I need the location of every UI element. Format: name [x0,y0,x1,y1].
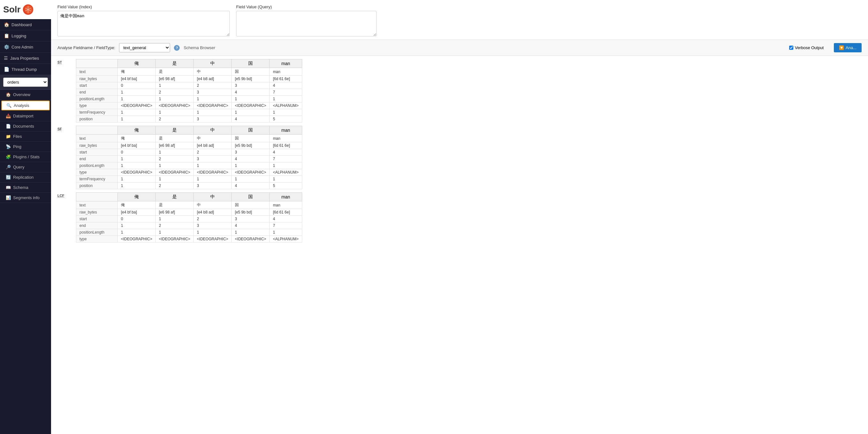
table-cell: [e4 bf ba] [118,75,156,82]
analysis-inner-table: 俺是中国mantext俺是中国manraw_bytes[e4 bf ba][e6… [76,192,302,243]
table-row-label: positionLength [76,96,118,102]
table-row: start01234 [76,82,302,89]
table-cell: 1 [118,89,156,96]
table-row-label: end [76,222,118,229]
table-cell: 1 [194,109,232,116]
table-cell: man [270,135,302,142]
sidebar-item-dashboard[interactable]: 🏠 Dashboard [0,19,51,30]
query-icon: 🔎 [6,165,11,169]
sidebar-item-logging[interactable]: 📋 Logging [0,30,51,41]
table-column-header: 是 [156,59,194,68]
table-cell: 2 [156,222,194,229]
schema-browser-link[interactable]: Schema Browser [184,45,215,50]
sidebar-item-schema[interactable]: 📖 Schema [0,183,51,193]
table-cell: 7 [270,222,302,229]
sidebar-item-plugins-label: Plugins / Stats [13,154,39,159]
schema-icon: 📖 [6,185,11,190]
collection-select-wrap: orders [0,75,51,90]
sidebar-item-thread-dump[interactable]: 📄 Thread Dump [0,64,51,75]
table-column-header: 国 [232,59,270,68]
table-cell: <IDEOGRAPHIC> [118,102,156,109]
sidebar-item-core-admin[interactable]: ⚙️ Core Admin [0,41,51,53]
sidebar-item-java-properties-label: Java Properties [10,56,39,61]
table-cell: 1 [194,96,232,102]
table-cell: 4 [270,216,302,222]
table-row: text俺是中国man [76,135,302,142]
table-cell: 中 [194,68,232,75]
table-column-header: man [270,59,302,68]
table-row: positionLength11111 [76,229,302,236]
table-cell: 3 [194,156,232,162]
table-row-label: text [76,135,118,142]
help-icon[interactable]: ? [174,45,180,51]
table-column-header: 中 [194,59,232,68]
table-row-label: termFrequency [76,109,118,116]
table-row-label: position [76,183,118,189]
sidebar-item-java-properties[interactable]: ☰ Java Properties [0,53,51,64]
analyse-button[interactable]: 🔽 Ana... [834,43,862,52]
table-row-label: position [76,116,118,123]
logo-area: Solr [0,0,51,19]
thread-dump-icon: 📄 [4,67,9,72]
table-cell: man [270,202,302,209]
field-value-index-input[interactable] [57,11,230,36]
sidebar-item-ping[interactable]: 📡 Ping [0,142,51,152]
collection-select[interactable]: orders [3,78,48,87]
section-abbr-label: SF [57,126,73,131]
table-cell: 1 [156,96,194,102]
fieldtype-select[interactable]: text_general text_en string text_ws [119,43,170,52]
table-cell: 中 [194,202,232,209]
java-properties-icon: ☰ [4,56,8,61]
table-column-header: 国 [232,193,270,202]
field-value-query-group: Field Value (Query) [236,4,377,36]
sidebar-item-dataimport[interactable]: 📥 Dataimport [0,111,51,121]
table-cell: 1 [194,162,232,169]
verbose-output-checkbox[interactable] [789,45,793,50]
sidebar-item-analysis[interactable]: 🔍 Analysis [1,100,50,111]
sidebar-item-plugins-stats[interactable]: 🧩 Plugins / Stats [0,152,51,162]
sidebar-item-query[interactable]: 🔎 Query [0,162,51,172]
table-cell: 0 [118,216,156,222]
sidebar-item-documents-label: Documents [13,124,34,129]
table-cell: 2 [156,183,194,189]
sidebar-item-files-label: Files [13,134,22,139]
analysis-inner-table: 俺是中国mantext俺是中国manraw_bytes[e4 bf ba][e6… [76,126,302,189]
sidebar-item-documents[interactable]: 📄 Documents [0,121,51,131]
table-row: end12347 [76,89,302,96]
table-row-label: start [76,216,118,222]
table-cell: 1 [118,162,156,169]
table-cell: [e5 9b bd] [232,75,270,82]
analysis-section: ST俺是中国mantext俺是中国manraw_bytes[e4 bf ba][… [57,59,862,123]
table-cell: 1 [118,156,156,162]
core-admin-icon: ⚙️ [4,44,9,50]
sidebar-item-segments-info[interactable]: 📊 Segments info [0,193,51,203]
logo-text: Solr [3,4,21,15]
sidebar-item-files[interactable]: 📁 Files [0,131,51,142]
segments-icon: 📊 [6,195,11,200]
sidebar-item-overview[interactable]: 🏠 Overview [0,90,51,100]
analysis-section: LCF俺是中国mantext俺是中国manraw_bytes[e4 bf ba]… [57,192,862,243]
table-cell: <ALPHANUM> [270,236,302,243]
table-row: termFrequency11111 [76,109,302,116]
overview-icon: 🏠 [6,92,11,97]
table-cell: 2 [194,149,232,156]
sidebar-item-logging-label: Logging [11,33,26,38]
field-value-query-input[interactable] [236,11,377,36]
logging-icon: 📋 [4,33,9,38]
sidebar-item-overview-label: Overview [13,92,30,97]
table-row: type<IDEOGRAPHIC><IDEOGRAPHIC><IDEOGRAPH… [76,169,302,176]
table-row: text俺是中国man [76,68,302,75]
table-cell: 3 [194,89,232,96]
table-cell: 1 [194,229,232,236]
table-row: text俺是中国man [76,202,302,209]
table-cell: 4 [232,183,270,189]
sidebar-item-replication[interactable]: 🔄 Replication [0,172,51,183]
table-cell: 1 [232,176,270,183]
table-row: position12345 [76,116,302,123]
table-cell: 1 [156,229,194,236]
table-cell: 是 [156,68,194,75]
table-cell: 0 [118,149,156,156]
table-row: end12347 [76,222,302,229]
table-row-label: positionLength [76,229,118,236]
table-cell: [e4 b8 ad] [194,209,232,216]
